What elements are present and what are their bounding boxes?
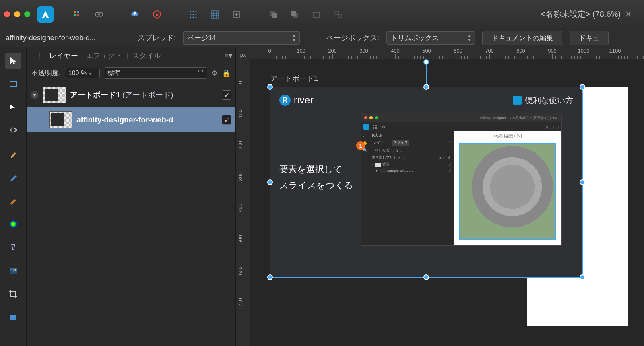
lock-icon[interactable]: 🔒 <box>222 69 231 78</box>
visibility-check[interactable]: ✓ <box>222 90 231 100</box>
mini-canvas: 2 <名称未設定> [M] スライスを作成 レイヤーページで検索 <box>454 131 561 245</box>
selection-handle[interactable] <box>267 179 273 185</box>
edit-document-button[interactable]: ドキュメントの編集 <box>482 31 562 45</box>
svg-point-31 <box>10 129 12 131</box>
artboard-label[interactable]: アートボード1 <box>270 74 318 83</box>
pen-tool[interactable] <box>5 123 21 139</box>
affinity-icon <box>513 96 522 105</box>
svg-rect-38 <box>373 127 374 129</box>
svg-point-32 <box>10 220 17 228</box>
layer-row-image[interactable]: affinity-designer-for-web-d ✓ <box>27 107 235 132</box>
image-tool[interactable] <box>5 263 21 279</box>
mini-window: Affinity Designer - <名称未設定> [変更あり] [264.… <box>361 113 562 246</box>
selection-handle[interactable] <box>423 274 429 280</box>
node-tool[interactable] <box>5 99 21 115</box>
svg-point-12 <box>196 14 197 15</box>
opacity-row: 不透明度: 100 % ▼ 標準▲▼ ⚙ 🔒 <box>27 64 235 82</box>
spread-select[interactable]: ページ14 ▲▼ <box>183 31 300 45</box>
panel-menu-icon[interactable]: ≡▾ <box>224 51 232 60</box>
svg-rect-30 <box>10 82 17 86</box>
grid-dots-icon[interactable] <box>184 6 202 23</box>
chevron-updown-icon: ▲▼ <box>467 33 471 42</box>
svg-rect-39 <box>375 127 377 129</box>
layer-thumbnail <box>43 86 66 103</box>
brand-mark-icon: R <box>279 95 291 106</box>
pen-alt-tool[interactable] <box>5 146 21 162</box>
document-name: affinity-designer-for-web-d... <box>6 34 130 42</box>
window-title: <名称未設定> (78.6%) ✕ <box>541 9 632 20</box>
cat-photo <box>460 144 555 239</box>
zoom-window[interactable] <box>24 11 30 17</box>
persona-designer-icon[interactable] <box>68 6 86 23</box>
slide-screenshot: 1 Affinity Designer - <名称未設定> [変更あり] [26… <box>361 113 562 246</box>
snap-icon[interactable] <box>228 6 246 23</box>
svg-point-7 <box>190 11 191 12</box>
ruler-unit: px <box>236 47 250 59</box>
rectangle-tool[interactable] <box>5 309 21 325</box>
spread-value: ページ14 <box>188 34 216 42</box>
selection-handle[interactable] <box>580 84 585 90</box>
pagebox-value: トリムボックス <box>391 34 439 42</box>
arrange-front-icon[interactable] <box>286 6 303 23</box>
selection-handle[interactable] <box>267 84 273 90</box>
visibility-check[interactable]: ✓ <box>222 115 231 125</box>
layer-row-artboard[interactable]: ▼ アートボード1 (アートボード) ✓ <box>27 82 235 107</box>
pencil-tool[interactable] <box>5 169 21 185</box>
top-toolbar: <名称未設定> (78.6%) ✕ <box>0 0 644 29</box>
spread-label: スプレッド: <box>138 33 176 43</box>
brand: R river <box>279 95 314 106</box>
close-window[interactable] <box>4 11 10 17</box>
selection-handle[interactable] <box>267 274 273 280</box>
tab-effects[interactable]: エフェクト <box>82 48 126 63</box>
rotation-handle[interactable] <box>423 59 429 65</box>
gear-icon[interactable]: ⚙ <box>211 69 218 78</box>
compass-icon[interactable] <box>148 6 166 23</box>
svg-point-8 <box>193 11 194 12</box>
minimize-window[interactable] <box>14 11 20 17</box>
svg-point-11 <box>193 14 194 15</box>
disclosure-icon[interactable]: ▼ <box>31 91 39 99</box>
rotation-line <box>426 63 427 84</box>
panel-grip-icon[interactable]: ⋮⋮ <box>30 51 43 59</box>
panel-tab-bar: ⋮⋮ レイヤー エフェクト | スタイル ≡▾ <box>27 47 235 64</box>
selection-handle[interactable] <box>423 84 429 90</box>
mini-tool-icon: ▸ <box>363 134 367 138</box>
arrange-ungroup-icon[interactable] <box>329 6 347 23</box>
window-traffic-lights <box>4 11 30 17</box>
svg-rect-24 <box>272 13 277 18</box>
crop-tool[interactable] <box>5 286 21 302</box>
artboard-tool[interactable] <box>5 76 21 92</box>
edit-document-2-button[interactable]: ドキュ <box>570 31 609 45</box>
svg-point-14 <box>193 16 194 18</box>
grid-dense-icon[interactable] <box>206 6 224 23</box>
artboard[interactable]: R river 便利な使い方 要素を選択して スライスをつくる <box>270 86 583 278</box>
pagebox-select[interactable]: トリムボックス ▲▼ <box>386 31 475 45</box>
color-tool[interactable] <box>5 216 21 232</box>
glass-tool[interactable] <box>5 239 21 255</box>
selection-handle[interactable] <box>580 179 585 185</box>
move-tool[interactable] <box>5 53 21 69</box>
svg-rect-26 <box>291 11 296 16</box>
tab-layers[interactable]: レイヤー <box>45 48 82 63</box>
svg-point-22 <box>235 13 238 16</box>
pagebox-label: ページボックス: <box>326 33 379 43</box>
opacity-select[interactable]: 100 % ▼ <box>65 68 100 78</box>
mini-app-icon <box>363 124 369 130</box>
svg-rect-3 <box>77 14 79 16</box>
canvas[interactable]: アートボード1 R river <box>250 59 644 346</box>
ruler-horizontal: px 010020030040050060070080090010001100 <box>236 47 644 59</box>
blend-mode-select[interactable]: 標準▲▼ <box>104 67 207 79</box>
svg-rect-35 <box>10 315 16 320</box>
step-badge-1: 1 <box>356 141 365 150</box>
opacity-label: 不透明度: <box>31 68 61 78</box>
svg-rect-1 <box>77 11 79 13</box>
slide-header: R river 便利な使い方 <box>270 87 582 113</box>
selection-handle[interactable] <box>580 274 585 280</box>
cloud-sync-icon[interactable] <box>126 6 144 23</box>
arrange-group-icon[interactable] <box>308 6 325 23</box>
brush-tool[interactable] <box>5 193 21 209</box>
persona-pixel-icon[interactable] <box>90 6 108 23</box>
arrange-back-icon[interactable] <box>264 6 282 23</box>
svg-point-15 <box>196 16 197 18</box>
tab-styles[interactable]: スタイル <box>128 48 165 63</box>
